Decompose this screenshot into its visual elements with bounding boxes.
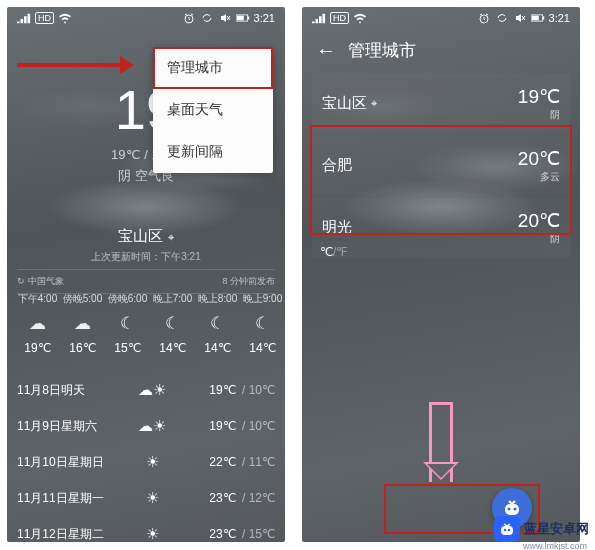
status-time: 3:21 bbox=[549, 12, 570, 24]
hour-column: 下午4:00☁19℃ bbox=[15, 292, 60, 355]
weather-icon: ☀ bbox=[122, 453, 182, 471]
page-title: 管理城市 bbox=[348, 39, 416, 62]
location-pin-icon: ⌖ bbox=[168, 231, 174, 243]
hour-time: 傍晚6:00 bbox=[105, 292, 150, 306]
day-temps: 19℃ / 10℃ bbox=[182, 383, 275, 397]
hd-label: HD bbox=[35, 12, 54, 24]
hd-label: HD bbox=[330, 12, 349, 24]
svg-rect-11 bbox=[501, 526, 513, 535]
location-pin-icon: ⌖ bbox=[371, 97, 377, 110]
city-name: 合肥 bbox=[322, 156, 352, 175]
city-name: 明光 bbox=[322, 218, 352, 237]
svg-rect-6 bbox=[531, 16, 538, 21]
watermark-url: www.lmkjst.com bbox=[523, 541, 587, 550]
weather-icon: ☁ bbox=[60, 313, 105, 334]
sync-icon bbox=[200, 12, 214, 24]
svg-point-10 bbox=[514, 508, 517, 511]
city-temp: 20℃阴 bbox=[518, 209, 560, 246]
hour-time: 晚上9:00 bbox=[240, 292, 285, 306]
location-name: 宝山区 bbox=[118, 227, 163, 244]
weather-icon: ☾ bbox=[240, 313, 285, 334]
city-list: 宝山区 ⌖19℃阴合肥20℃多云明光20℃阴 bbox=[312, 73, 570, 259]
svg-point-13 bbox=[508, 529, 511, 532]
unit-toggle[interactable]: ℃/℉ bbox=[320, 245, 347, 259]
hour-time: 下午4:00 bbox=[15, 292, 60, 306]
city-temp: 20℃多云 bbox=[518, 147, 560, 184]
day-temps: 23℃ / 12℃ bbox=[182, 491, 275, 505]
day-label: 11月9日星期六 bbox=[17, 418, 122, 435]
hour-column: 傍晚6:00☾15℃ bbox=[105, 292, 150, 355]
menu-item-update-interval[interactable]: 更新间隔 bbox=[153, 131, 273, 173]
back-button[interactable]: ← bbox=[316, 39, 336, 62]
watermark: 蓝星安卓网 bbox=[494, 516, 589, 542]
phone-right-manage-cities: HD 3:21 ← 管理城市 宝山区 ⌖19℃阴合肥20℃多云明光20℃阴 ℃/… bbox=[302, 7, 580, 542]
hour-temp: 14℃ bbox=[150, 341, 195, 355]
svg-rect-2 bbox=[236, 16, 243, 21]
hour-time: 傍晚5:00 bbox=[60, 292, 105, 306]
watermark-logo-icon bbox=[494, 516, 520, 542]
city-name: 宝山区 ⌖ bbox=[322, 94, 377, 113]
weather-icon: ☀ bbox=[122, 489, 182, 507]
overflow-menu: 管理城市 桌面天气 更新间隔 bbox=[153, 47, 273, 173]
annotation-arrow-red bbox=[17, 63, 129, 67]
hour-column: 晚上8:00☾14℃ bbox=[195, 292, 240, 355]
hourly-forecast[interactable]: 下午4:00☁19℃傍晚5:00☁16℃傍晚6:00☾15℃晚上7:00☾14℃… bbox=[15, 292, 285, 355]
signal-icon bbox=[17, 12, 31, 24]
hour-column: 晚上7:00☾14℃ bbox=[150, 292, 195, 355]
hour-time: 晚上7:00 bbox=[150, 292, 195, 306]
wifi-icon bbox=[58, 12, 72, 24]
day-row[interactable]: 11月12日星期二☀23℃ / 15℃ bbox=[17, 516, 275, 542]
status-bar: HD 3:21 bbox=[302, 7, 580, 29]
city-row[interactable]: 合肥20℃多云 bbox=[312, 135, 570, 196]
weather-icon: ☀ bbox=[122, 525, 182, 542]
day-label: 11月12日星期二 bbox=[17, 526, 122, 543]
location-block[interactable]: 宝山区 ⌖ 上次更新时间：下午3:21 bbox=[7, 227, 285, 264]
svg-point-9 bbox=[508, 508, 511, 511]
city-temp: 19℃阴 bbox=[518, 85, 560, 122]
svg-rect-3 bbox=[247, 16, 249, 19]
last-update: 上次更新时间：下午3:21 bbox=[7, 250, 285, 264]
phone-left-weather: HD 3:21 ⋮ 管理城市 桌面天气 更新间隔 19 19℃ / 12℃ 阴 … bbox=[7, 7, 285, 542]
alarm-icon bbox=[182, 12, 196, 24]
issued-time: 8 分钟前发布 bbox=[222, 275, 275, 288]
city-row[interactable]: 明光20℃阴 bbox=[312, 197, 570, 258]
mute-icon bbox=[513, 12, 527, 24]
menu-item-desktop-weather[interactable]: 桌面天气 bbox=[153, 89, 273, 131]
status-bar: HD 3:21 bbox=[7, 7, 285, 29]
battery-icon bbox=[531, 12, 545, 24]
weather-icon: ☁☀ bbox=[122, 381, 182, 399]
hour-temp: 15℃ bbox=[105, 341, 150, 355]
day-temps: 22℃ / 11℃ bbox=[182, 455, 275, 469]
day-row[interactable]: 11月9日星期六☁☀19℃ / 10℃ bbox=[17, 408, 275, 444]
unit-fahrenheit: ℉ bbox=[336, 245, 347, 259]
day-row[interactable]: 11月8日明天☁☀19℃ / 10℃ bbox=[17, 372, 275, 408]
svg-point-12 bbox=[504, 529, 507, 532]
weather-icon: ☾ bbox=[150, 313, 195, 334]
wifi-icon bbox=[353, 12, 367, 24]
city-row[interactable]: 宝山区 ⌖19℃阴 bbox=[312, 73, 570, 134]
unit-celsius: ℃ bbox=[320, 245, 333, 259]
weather-icon: ☾ bbox=[105, 313, 150, 334]
day-label: 11月8日明天 bbox=[17, 382, 122, 399]
header-bar: ← 管理城市 bbox=[302, 29, 580, 72]
daily-forecast[interactable]: 11月8日明天☁☀19℃ / 10℃11月9日星期六☁☀19℃ / 10℃11月… bbox=[17, 372, 275, 542]
svg-rect-8 bbox=[505, 504, 519, 515]
sync-icon bbox=[495, 12, 509, 24]
day-temps: 19℃ / 10℃ bbox=[182, 419, 275, 433]
hour-temp: 19℃ bbox=[15, 341, 60, 355]
day-label: 11月11日星期一 bbox=[17, 490, 122, 507]
hour-column: 傍晚5:00☁16℃ bbox=[60, 292, 105, 355]
battery-icon bbox=[236, 12, 250, 24]
menu-item-manage-cities[interactable]: 管理城市 bbox=[153, 47, 273, 89]
signal-icon bbox=[312, 12, 326, 24]
weather-icon: ☾ bbox=[195, 313, 240, 334]
status-time: 3:21 bbox=[254, 12, 275, 24]
weather-source: ↻ 中国气象 bbox=[17, 275, 64, 288]
watermark-text: 蓝星安卓网 bbox=[524, 520, 589, 538]
hour-temp: 14℃ bbox=[240, 341, 285, 355]
mute-icon bbox=[218, 12, 232, 24]
weather-icon: ☁ bbox=[15, 313, 60, 334]
day-row[interactable]: 11月11日星期一☀23℃ / 12℃ bbox=[17, 480, 275, 516]
day-row[interactable]: 11月10日星期日☀22℃ / 11℃ bbox=[17, 444, 275, 480]
source-row: ↻ 中国气象 8 分钟前发布 bbox=[17, 269, 275, 294]
